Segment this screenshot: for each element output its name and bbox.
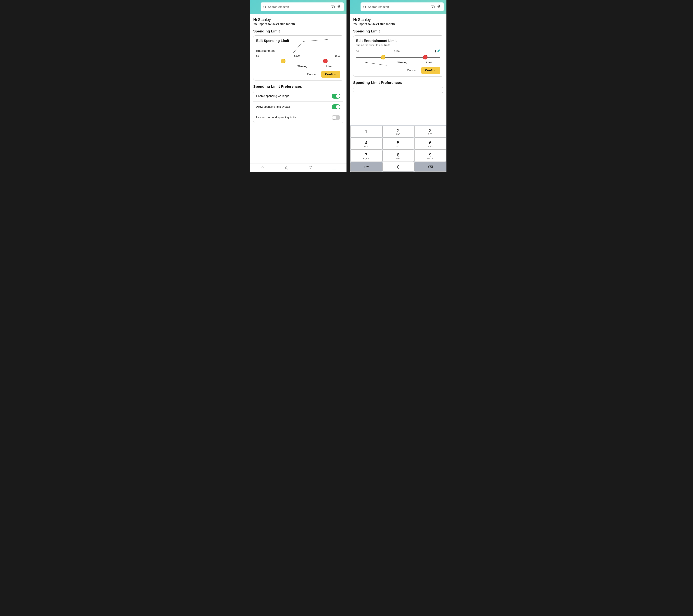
preferences-card: Enable spending warnings Allow spending … (253, 91, 343, 123)
numpad-num-8: 8 (397, 153, 399, 157)
right-slider-track-container[interactable] (356, 54, 440, 60)
slider-values-limit-row: $0 $230 $ (356, 49, 440, 53)
right-warning-label: Warning (398, 61, 407, 64)
slider-track-container[interactable] (256, 58, 340, 64)
pref-label-1: Enable spending warnings (256, 95, 289, 98)
numpad-backspace-icon: ⌫ (428, 165, 433, 169)
pref-row-1: Enable spending warnings (253, 91, 343, 101)
screen-divider (346, 0, 350, 172)
numpad-sub-6: MNO (428, 146, 433, 147)
svg-line-1 (265, 7, 266, 8)
right-mic-icon (437, 4, 440, 8)
left-search-bar[interactable]: Search Amazon (261, 2, 344, 12)
right-warning-thumb[interactable] (381, 55, 385, 59)
numpad-sub-9: WXYZ (427, 157, 433, 159)
pref-label-3: Use recommend spending limits (256, 116, 296, 119)
numpad-key-8[interactable]: 8 TUV (382, 150, 414, 162)
numpad-key-5[interactable]: 5 JKL (382, 138, 414, 150)
right-cancel-button[interactable]: Cancel (405, 68, 418, 74)
confirm-button[interactable]: Confirm (321, 71, 340, 78)
spending-limit-title: Spending Limit (253, 29, 343, 33)
numpad-key-2[interactable]: 2 ABC (382, 126, 414, 137)
person-icon (284, 166, 288, 170)
nav-menu[interactable] (322, 165, 347, 171)
slider-labels-row: $0 Warning Limit (256, 65, 340, 68)
camera-icon (331, 5, 335, 8)
numpad-sub-2: ABC (396, 133, 400, 135)
menu-icon (332, 166, 337, 170)
svg-rect-18 (438, 5, 439, 7)
left-back-button[interactable]: ← (253, 4, 259, 9)
search-placeholder-text: Search Amazon (268, 5, 329, 9)
right-spent-line: You spent $296.21 this month (353, 22, 443, 26)
right-camera-button[interactable] (430, 4, 435, 9)
numpad-key-symbols[interactable]: +*# (350, 162, 382, 172)
limit-label: Limit (326, 65, 332, 68)
mic-button[interactable] (337, 4, 341, 9)
greeting-text: Hi Stanley, (253, 17, 343, 22)
right-slider-labels-row: $0 Warning Limit (356, 61, 440, 64)
numpad-num-9: 9 (429, 153, 431, 157)
numpad-key-0[interactable]: 0 (382, 162, 414, 172)
svg-point-0 (263, 6, 266, 8)
numpad-num-1: 1 (365, 130, 368, 134)
numpad-key-9[interactable]: 9 WXYZ (414, 150, 446, 162)
right-mic-button[interactable] (437, 4, 441, 9)
home-icon (260, 166, 264, 170)
numpad: 1 2 ABC 3 DEF 4 GHI 5 (350, 125, 447, 172)
right-prefs-card-partial (353, 87, 443, 93)
right-back-button[interactable]: ← (353, 4, 359, 9)
warning-thumb[interactable] (281, 59, 285, 63)
numpad-key-1[interactable]: 1 (350, 126, 382, 137)
svg-point-14 (363, 6, 365, 8)
numpad-sub-5: JKL (396, 146, 400, 147)
right-greeting-text: Hi Stanley, (353, 17, 443, 22)
right-confirm-button[interactable]: Confirm (421, 67, 440, 74)
category-label: Entertainment (256, 49, 340, 53)
right-edit-limit-card: Edit Entertainment Limit Tap on the slid… (353, 35, 443, 77)
toggle-recommend[interactable] (332, 115, 340, 120)
right-slider-min: $0 (356, 50, 359, 53)
edit-limit-icon[interactable] (437, 49, 440, 53)
right-header: ← Search Amazon (350, 0, 447, 14)
numpad-num-3: 3 (429, 129, 431, 133)
right-search-bar[interactable]: Search Amazon (360, 2, 444, 12)
numpad-num-5: 5 (397, 140, 399, 145)
svg-point-17 (432, 6, 433, 7)
bottom-nav (250, 163, 346, 172)
pref-label-2: Allow spending limit bypass (256, 105, 291, 109)
slider-min-value: $0 (256, 54, 259, 57)
numpad-key-3[interactable]: 3 DEF (414, 126, 446, 137)
toggle-bypass[interactable] (332, 104, 340, 109)
numpad-key-6[interactable]: 6 MNO (414, 138, 446, 150)
cancel-button[interactable]: Cancel (305, 71, 318, 78)
numpad-num-6: 6 (429, 140, 431, 145)
numpad-key-backspace[interactable]: ⌫ (414, 162, 446, 172)
nav-account[interactable] (274, 165, 298, 171)
numpad-sub-3: DEF (428, 133, 432, 135)
nav-home[interactable] (250, 165, 274, 171)
numpad-num-4: 4 (365, 140, 368, 145)
toggle-spending-warnings[interactable] (332, 94, 340, 99)
limit-thumb[interactable] (323, 59, 328, 63)
svg-line-15 (365, 7, 366, 8)
right-slider-track (356, 57, 440, 58)
toggle-knob-1 (336, 94, 340, 98)
numpad-num-7: 7 (365, 153, 368, 157)
nav-cart[interactable] (298, 165, 322, 171)
numpad-key-4[interactable]: 4 GHI (350, 138, 382, 150)
edit-spending-limit-card: Edit Spending Limit Entertainment $0 $23… (253, 35, 343, 80)
right-card-actions: Cancel Confirm (356, 67, 440, 74)
right-limit-thumb[interactable] (423, 55, 428, 59)
svg-point-3 (332, 6, 333, 7)
left-main-content: Hi Stanley, You spent $296.21 this month… (250, 14, 346, 163)
right-preferences-title: Spending Limit Preferences (353, 80, 443, 85)
toggle-knob-2 (336, 105, 340, 109)
cart-icon (308, 166, 313, 170)
camera-button[interactable] (330, 4, 335, 9)
slider-warning-value: $230 (294, 54, 300, 57)
numpad-key-7[interactable]: 7 PQRS (350, 150, 382, 162)
pref-row-3: Use recommend spending limits (253, 112, 343, 123)
spent-line: You spent $296.21 this month (253, 22, 343, 26)
search-icon (263, 5, 266, 9)
